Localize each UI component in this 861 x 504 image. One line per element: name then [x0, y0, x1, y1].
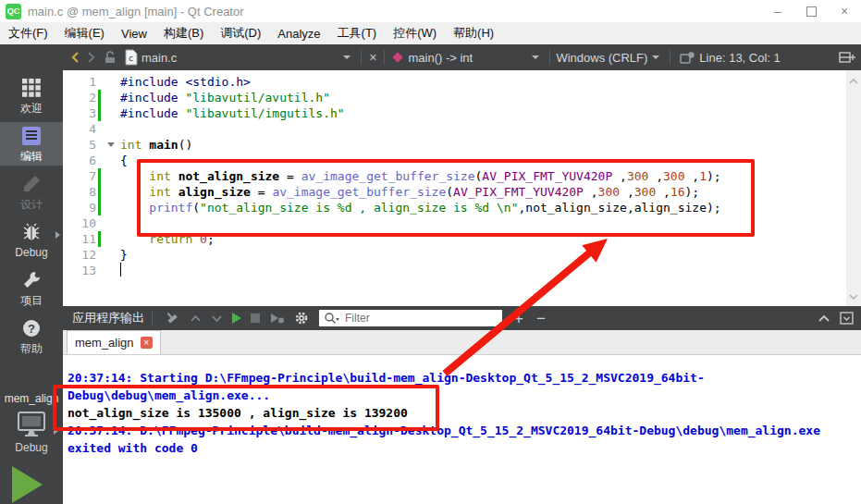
line-number: 12 — [63, 247, 96, 263]
sidebar-mode-edit[interactable]: 编辑 — [0, 122, 63, 166]
fold-margin — [103, 215, 120, 231]
forward-button[interactable] — [87, 51, 96, 64]
code-line[interactable]: 5int main() — [63, 137, 861, 153]
output-line: 20:37:14: Starting D:\FFmpeg-Principle\b… — [68, 369, 861, 387]
code-text: int main() — [120, 137, 192, 153]
code-line[interactable]: 6{ — [63, 153, 861, 168]
mode-list: 欢迎编辑设计Debug项目?帮助 — [0, 44, 63, 358]
split-editor-icon[interactable] — [839, 51, 855, 64]
change-bar — [96, 263, 103, 278]
code-line[interactable]: 10 — [63, 215, 861, 231]
close-button[interactable]: × — [828, 0, 861, 22]
prev-item-icon[interactable] — [190, 314, 202, 323]
kit-label: Debug — [15, 441, 47, 454]
filter-input[interactable] — [319, 310, 502, 326]
menu-item-4[interactable]: 调试(D) — [212, 22, 269, 44]
output-tab-mem-align[interactable]: mem_align × — [67, 330, 161, 354]
scroll-up-icon[interactable] — [848, 72, 859, 89]
maximize-panel-icon[interactable] — [840, 312, 854, 325]
clear-output-icon[interactable] — [165, 311, 180, 326]
tab-close-icon[interactable]: × — [141, 337, 153, 349]
symbol-selector[interactable]: main() -> int — [408, 51, 473, 65]
back-button[interactable] — [70, 51, 80, 64]
grid-icon — [21, 78, 42, 101]
menu-item-8[interactable]: 帮助(H) — [445, 22, 502, 44]
scroll-down-icon[interactable] — [848, 288, 859, 304]
cursor-position: Line: 13, Col: 1 — [699, 51, 780, 65]
link-icon[interactable] — [680, 51, 695, 65]
code-line[interactable]: 12} — [63, 247, 861, 263]
code-text: int align_size = av_image_get_buffer_siz… — [120, 184, 699, 200]
fold-margin — [103, 121, 120, 137]
menu-item-7[interactable]: 控件(W) — [385, 22, 445, 44]
close-document-icon[interactable]: × — [369, 50, 376, 65]
menu-item-6[interactable]: 工具(T) — [329, 22, 386, 44]
code-line[interactable]: 2#include "libavutil/avutil.h" — [63, 90, 861, 105]
code-line[interactable]: 4 — [63, 121, 861, 137]
sidebar-mode-design: 设计 — [0, 170, 63, 214]
pencil-icon — [21, 174, 42, 197]
chevron-left-icon — [70, 51, 80, 64]
symbol-dropdown-icon[interactable] — [532, 55, 539, 59]
sidebar-mode-help[interactable]: ?帮助 — [0, 314, 63, 358]
fold-margin — [103, 184, 120, 200]
line-ending-dropdown-icon[interactable] — [652, 55, 659, 59]
minimize-button[interactable]: – — [761, 0, 794, 22]
line-number: 9 — [63, 200, 96, 215]
next-item-icon[interactable] — [211, 314, 223, 323]
kit-selector[interactable]: Debug — [0, 411, 63, 454]
chevron-right-icon — [87, 51, 96, 64]
code-line[interactable]: 1#include <stdio.h> — [63, 74, 861, 90]
line-number: 10 — [63, 215, 96, 231]
document-dropdown-icon[interactable] — [343, 55, 351, 59]
code-lines: 1#include <stdio.h>2#include "libavutil/… — [63, 70, 861, 278]
menu-item-2[interactable]: View — [113, 22, 155, 44]
code-line[interactable]: 8 int align_size = av_image_get_buffer_s… — [63, 184, 861, 200]
line-number: 11 — [63, 231, 96, 247]
document-name[interactable]: main.c — [141, 51, 177, 65]
mode-sidebar: 欢迎编辑设计Debug项目?帮助 mem_align Debug — [0, 44, 63, 504]
code-text: { — [120, 153, 128, 168]
sidebar-mode-projects[interactable]: 项目 — [0, 266, 63, 310]
menu-item-1[interactable]: 编辑(E) — [56, 22, 113, 44]
project-selector[interactable]: mem_align — [0, 392, 63, 405]
change-bar — [96, 200, 103, 215]
edit-lines-icon — [20, 126, 43, 149]
zoom-in-icon[interactable]: + — [514, 311, 523, 326]
maximize-button[interactable] — [794, 0, 828, 22]
code-line[interactable]: 3#include "libavutil/imgutils.h" — [63, 105, 861, 121]
output-line: Debug\debug\mem_align.exe... — [68, 387, 861, 404]
stop-icon[interactable] — [251, 313, 260, 323]
code-line[interactable]: 7 int not_align_size = av_image_get_buff… — [63, 168, 861, 184]
fold-arrow-icon — [107, 142, 115, 147]
window-title: main.c @ mem_align [main] - Qt Creator — [28, 5, 244, 18]
editor-vertical-scrollbar[interactable] — [846, 70, 861, 306]
wrench-icon — [21, 270, 42, 293]
change-bar — [96, 168, 103, 184]
svg-text:c: c — [129, 54, 133, 63]
code-line[interactable]: 9 printf("not_align_size is %d , align_s… — [63, 200, 861, 215]
run-debug-icon[interactable] — [269, 312, 285, 325]
sidebar-mode-debug[interactable]: Debug — [0, 218, 63, 262]
run-button[interactable] — [12, 466, 43, 503]
change-bar — [96, 153, 103, 168]
fold-margin[interactable] — [103, 137, 120, 153]
menu-item-3[interactable]: 构建(B) — [155, 22, 212, 44]
code-line[interactable]: 11 return 0; — [63, 231, 861, 247]
settings-gear-icon[interactable] — [294, 311, 309, 326]
code-editor[interactable]: 1#include <stdio.h>2#include "libavutil/… — [63, 70, 861, 306]
line-ending-selector[interactable]: Windows (CRLF) — [556, 51, 647, 65]
sidebar-mode-welcome[interactable]: 欢迎 — [0, 74, 63, 117]
code-text: return 0; — [120, 231, 215, 247]
menu-item-0[interactable]: 文件(F) — [0, 22, 56, 44]
output-console[interactable]: 20:37:14: Starting D:\FFmpeg-Principle\b… — [63, 355, 861, 504]
collapse-panel-icon[interactable] — [818, 314, 830, 323]
run-icon[interactable] — [232, 313, 241, 324]
symbol-diamond-icon — [393, 52, 403, 62]
line-number: 1 — [63, 74, 96, 90]
zoom-out-icon[interactable]: − — [536, 311, 546, 326]
text-caret — [120, 263, 121, 277]
menu-item-5[interactable]: Analyze — [269, 22, 328, 44]
code-line[interactable]: 13 — [63, 263, 861, 278]
change-bar — [96, 121, 103, 137]
